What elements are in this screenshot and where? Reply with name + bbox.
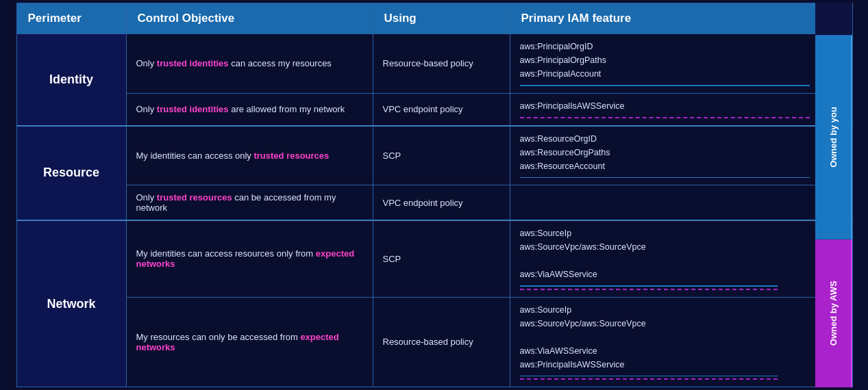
bracket-section: Owned by you Owned by AWS [815, 3, 852, 387]
header-iam: Primary IAM feature [510, 3, 852, 34]
iam-line: aws:ResourceAccount [520, 159, 843, 173]
iam-line: aws:PrincipalIsAWSService [520, 99, 843, 113]
iam-line: aws:SourceIp [520, 303, 843, 317]
bracket-header-spacer [815, 3, 852, 36]
iam-line: aws:SourceIp [520, 226, 843, 240]
table-row: Network My identities can access resourc… [16, 220, 852, 297]
main-container: Perimeter Control Objective Using Primar… [16, 3, 852, 387]
table-row: Only trusted identities are allowed from… [16, 93, 852, 126]
objective-cell: My identities can access only trusted re… [126, 126, 373, 185]
iam-group: aws:PrincipalOrgID aws:PrincipalOrgPaths… [520, 40, 843, 88]
iam-cell: aws:PrincipalOrgID aws:PrincipalOrgPaths… [510, 34, 852, 94]
obj-highlight: trusted identities [157, 58, 229, 68]
iam-group: aws:SourceIp aws:SourceVpc/aws:SourceVpc… [520, 226, 843, 291]
iam-line: aws:PrincipalOrgID [520, 40, 843, 53]
iam-cell: aws:ResourceOrgID aws:ResourceOrgPaths a… [510, 126, 852, 185]
table-row: Only trusted resources can be accessed f… [16, 185, 852, 221]
obj-plain: My identities can access only [136, 151, 254, 161]
using-cell: SCP [373, 126, 510, 185]
iam-line: aws:SourceVpc/aws:SourceVpce [520, 317, 843, 330]
obj-plain2: are allowed from my network [229, 104, 345, 114]
iam-line: aws:PrincipalOrgPaths [520, 53, 843, 67]
table-row: Identity Only trusted identities can acc… [16, 34, 852, 94]
obj-highlight: trusted resources [157, 192, 232, 203]
iam-cell: aws:SourceIp aws:SourceVpc/aws:SourceVpc… [510, 297, 852, 387]
iam-cell: aws:SourceIp aws:SourceVpc/aws:SourceVpc… [510, 220, 852, 297]
table-row: My resources can only be accessed from e… [16, 297, 852, 387]
objective-cell: Only trusted identities are allowed from… [126, 93, 373, 126]
objective-cell: My resources can only be accessed from e… [126, 297, 373, 387]
iam-cell [510, 185, 852, 221]
perimeter-identity: Identity [16, 34, 126, 126]
perimeter-network: Network [16, 220, 126, 387]
header-perimeter: Perimeter [16, 3, 126, 34]
iam-line: aws:SourceVpc/aws:SourceVpce [520, 240, 843, 254]
obj-plain2: can access my resources [229, 58, 332, 68]
using-cell: VPC endpoint policy [373, 185, 510, 221]
iam-group: aws:ResourceOrgID aws:ResourceOrgPaths a… [520, 132, 843, 180]
iam-lines [520, 116, 843, 120]
obj-plain: My identities can access resources only … [136, 248, 316, 259]
iam-line: aws:ViaAWSService [520, 344, 843, 358]
header-using: Using [373, 3, 510, 34]
objective-cell: Only trusted resources can be accessed f… [126, 185, 373, 221]
obj-plain: Only [136, 192, 157, 203]
iam-cell: aws:PrincipalIsAWSService [510, 93, 852, 126]
objective-cell: Only trusted identities can access my re… [126, 34, 373, 94]
iam-line: aws:PrincipalIsAWSService [520, 358, 843, 372]
iam-line: aws:ResourceOrgPaths [520, 146, 843, 159]
iam-lines-mixed [520, 374, 843, 382]
obj-plain: Only [136, 104, 157, 114]
using-cell: Resource-based policy [373, 34, 510, 94]
iam-group: aws:SourceIp aws:SourceVpc/aws:SourceVpc… [520, 303, 843, 382]
table-section: Perimeter Control Objective Using Primar… [16, 3, 815, 387]
table-row: Resource My identities can access only t… [16, 126, 852, 185]
owned-by-aws-label: Owned by AWS [815, 239, 852, 387]
obj-highlight: trusted resources [253, 151, 329, 161]
objective-cell: My identities can access resources only … [126, 220, 373, 297]
owned-by-you-label: Owned by you [815, 36, 852, 239]
obj-highlight: trusted identities [157, 104, 229, 114]
using-cell: Resource-based policy [373, 297, 510, 387]
iam-group: aws:PrincipalIsAWSService [520, 99, 843, 120]
iam-lines [520, 176, 843, 180]
perimeter-resource: Resource [16, 126, 126, 221]
iam-line: aws:ResourceOrgID [520, 132, 843, 146]
header-objective: Control Objective [126, 3, 373, 34]
using-cell: VPC endpoint policy [373, 93, 510, 126]
using-cell: SCP [373, 220, 510, 297]
obj-plain: My resources can only be accessed from [136, 332, 301, 342]
iam-line: aws:PrincipalAccount [520, 67, 843, 81]
iam-lines [520, 83, 843, 88]
iam-line: aws:ViaAWSService [520, 268, 843, 281]
main-table: Perimeter Control Objective Using Primar… [16, 3, 853, 387]
obj-plain: Only [136, 58, 157, 68]
iam-lines-mixed [520, 284, 843, 291]
